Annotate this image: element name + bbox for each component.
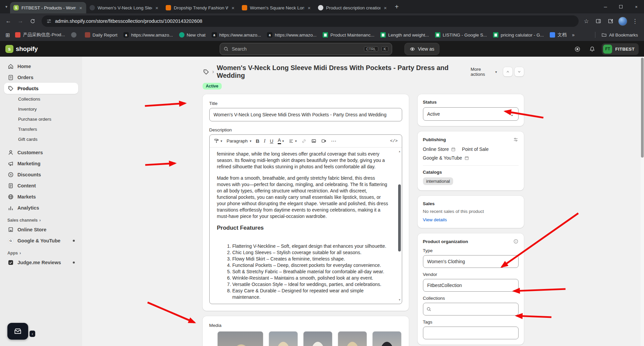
scrollbar-thumb[interactable] [641,58,644,158]
tab-close-icon[interactable]: × [383,5,387,11]
bookmarks-overflow-icon[interactable]: » [570,32,577,38]
product-title-input[interactable] [209,108,402,121]
show-html-button[interactable]: </> [390,139,398,143]
sidebar-item-google-youtube[interactable]: G Google & YouTube [4,235,78,246]
paragraph-style-dropdown[interactable]: Paragraph ▾ [227,138,252,143]
publishing-settings-icon[interactable] [513,137,519,142]
alignment-button[interactable]: ▾ [288,138,297,144]
browser-menu-icon[interactable]: ⋮ [631,17,639,25]
next-product-button[interactable] [515,67,524,76]
minimize-icon[interactable]: ─ [598,0,613,13]
status-select[interactable]: Active [423,107,519,121]
sidebar-item-purchase-orders[interactable]: Purchase orders [4,114,78,124]
shopify-logo[interactable]: s shopify [5,45,38,53]
tab-search-chevron-icon[interactable]: ▾ [3,4,10,9]
bookmark-item[interactable]: New chat [176,31,208,39]
side-panel-icon[interactable] [594,17,603,25]
text-color-button[interactable]: A ▾ [278,138,284,144]
sidebar-item-orders[interactable]: Orders [4,72,78,83]
all-bookmarks-button[interactable]: All Bookmarks [599,31,641,39]
tab-close-icon[interactable]: × [231,5,235,11]
bookmark-item[interactable]: LISTING - Google S... [432,31,490,39]
bold-button[interactable]: B [256,138,260,144]
bookmark-item[interactable] [68,31,82,39]
extensions-icon[interactable] [606,17,615,25]
sidebar-item-collections[interactable]: Collections [4,94,78,104]
sidebar-item-products[interactable]: Products [4,83,78,94]
sidebar-item-discounts[interactable]: Discounts [4,169,78,180]
support-widget-button[interactable] [7,323,28,340]
bookmark-item[interactable]: ahttps://www.amazo... [264,31,319,39]
bookmark-item[interactable]: Product Maintenanc... [320,31,377,39]
bookmark-item[interactable]: 文档 [547,31,569,39]
breadcrumb-tag-icon[interactable] [203,68,210,75]
sidebar-item-content[interactable]: Content [4,180,78,191]
sidebar-item-inventory[interactable]: Inventory [4,104,78,114]
site-settings-icon[interactable] [46,18,52,24]
schedule-calendar-icon[interactable] [451,147,456,152]
product-image-thumbnail[interactable] [338,331,367,346]
bookmark-item[interactable]: Daily Report [82,31,120,39]
product-image-thumbnail[interactable] [372,331,401,346]
format-paint-button[interactable]: ▾ [214,138,222,144]
more-options-button[interactable]: ⋯ [331,138,336,144]
apps-grid-icon[interactable]: ⊞ [3,32,12,38]
view-as-button[interactable]: View as [405,43,439,55]
underline-button[interactable]: U [270,138,273,144]
tab-close-icon[interactable]: × [307,5,311,11]
scroll-up-icon[interactable]: ▴ [399,148,400,155]
italic-button[interactable]: I [264,138,265,144]
refresh-icon[interactable] [27,15,38,27]
description-editor-body[interactable]: feminine shape, while the long sleeves o… [210,148,402,304]
insert-image-button[interactable] [311,138,317,144]
info-icon[interactable] [513,239,519,244]
store-menu[interactable]: FT FITBEST [602,43,639,55]
page-scrollbar[interactable] [641,57,644,346]
sidebar-item-marketing[interactable]: Marketing [4,158,78,169]
vendor-input[interactable] [423,279,519,292]
back-icon[interactable]: ← [3,15,14,27]
tab-close-icon[interactable]: × [155,5,159,11]
sidebar-item-home[interactable]: Home [4,61,78,72]
sidebar-item-gift-cards[interactable]: Gift cards [4,134,78,144]
tags-input[interactable] [423,327,519,339]
product-image-thumbnail[interactable] [217,331,263,346]
forward-icon[interactable]: → [15,15,26,27]
address-bar[interactable]: admin.shopify.com/store/fitbesscollectio… [42,15,579,27]
new-tab-button[interactable]: + [391,3,403,11]
bookmark-item[interactable]: 产品采购信息-Prod... [12,31,67,39]
sidebar-item-online-store[interactable]: Online Store [4,224,78,235]
tab-close-icon[interactable]: × [78,5,83,11]
bookmark-item[interactable]: ahttps://www.amazo... [121,31,176,39]
sidebar-item-judgeme[interactable]: Judge.me Reviews [4,257,78,268]
close-window-icon[interactable]: × [629,0,644,13]
schedule-calendar-icon[interactable] [464,156,469,161]
product-type-input[interactable] [423,255,519,268]
global-search-input[interactable]: Search CTRL K [220,43,392,55]
url-text[interactable]: admin.shopify.com/store/fitbesscollectio… [55,18,574,24]
bookmark-item[interactable]: Length and weight... [378,31,432,39]
apps-section[interactable]: Apps › [7,251,75,255]
browser-tab[interactable]: Women's Square Neck Long Sle × [238,2,315,13]
browser-tab[interactable]: Dropship Trendy Fashion Wome × [162,2,238,13]
browser-tab-active[interactable]: S FITBEST - Products - Women's V × [10,2,86,13]
sidebar-item-transfers[interactable]: Transfers [4,124,78,134]
maximize-icon[interactable] [613,0,629,13]
sidebar-item-analytics[interactable]: Analytics [4,202,78,213]
link-button[interactable] [301,138,307,144]
sidebar-item-markets[interactable]: Markets [4,191,78,202]
product-image-thumbnail[interactable] [303,331,332,346]
product-image-thumbnail[interactable] [269,331,298,346]
sales-channels-section[interactable]: Sales channels › [7,218,75,223]
previous-product-button[interactable] [503,67,513,76]
scroll-down-icon[interactable]: ▾ [399,297,400,303]
more-actions-button[interactable]: More actions ▾ [468,65,499,79]
insert-video-button[interactable] [321,138,327,144]
catalog-tag[interactable]: international [423,177,453,185]
view-details-link[interactable]: View details [423,217,447,222]
updates-icon[interactable] [572,44,582,54]
bookmark-item[interactable]: pricing calulator - G... [490,31,546,39]
notifications-bell-icon[interactable] [587,44,597,54]
editor-scrollbar-thumb[interactable] [398,184,401,251]
profile-avatar[interactable] [618,17,627,26]
